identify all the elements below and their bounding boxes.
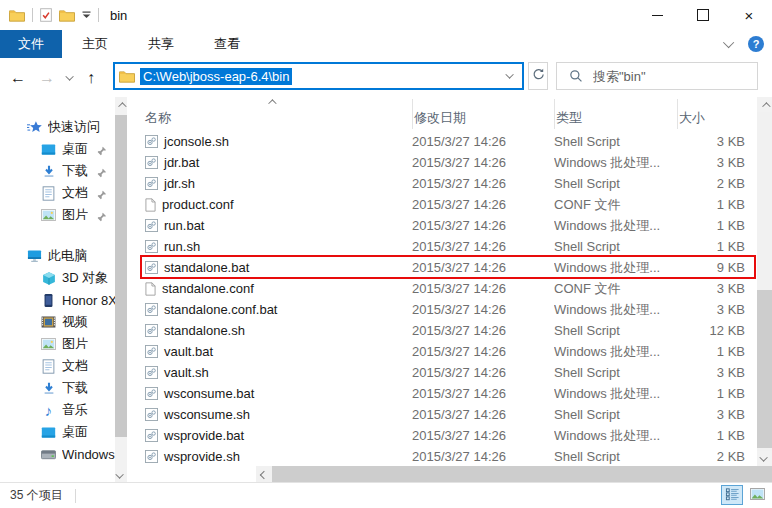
file-row[interactable]: wsconsume.sh 2015/3/27 14:26 Shell Scrip… (128, 404, 757, 425)
maximize-button[interactable] (680, 0, 726, 30)
vertical-scrollbar[interactable] (757, 97, 772, 466)
details-view-button[interactable] (721, 485, 743, 505)
scroll-down-icon[interactable] (757, 451, 772, 466)
sidebar-item-windows-s[interactable]: Windows-S (0, 443, 115, 465)
scrollbar-thumb[interactable] (115, 115, 127, 437)
tab-label: 共享 (148, 35, 174, 53)
file-row[interactable]: jdr.sh 2015/3/27 14:26 Shell Script 2 KB (128, 173, 757, 194)
file-date: 2015/3/27 14:26 (412, 344, 554, 359)
sidebar-scrollbar[interactable] (115, 97, 127, 483)
file-date: 2015/3/27 14:26 (412, 176, 554, 191)
details-view-icon (725, 487, 740, 504)
sidebar-item-desktop[interactable]: 桌面 (0, 138, 115, 160)
sidebar-item-videos[interactable]: 视频 (0, 311, 115, 333)
address-path[interactable]: C:\Web\jboss-eap-6.4\bin (140, 68, 292, 85)
column-header-1[interactable]: 修改日期 (412, 99, 554, 129)
folder-icon[interactable] (59, 9, 75, 22)
scroll-up-icon[interactable] (757, 97, 772, 112)
file-size: 1 KB (677, 197, 757, 212)
qat-dropdown-icon[interactable] (82, 11, 91, 19)
check-document-icon[interactable] (40, 8, 52, 22)
file-row[interactable]: jdr.bat 2015/3/27 14:26 Windows 批处理... 3… (128, 152, 757, 173)
file-name: wsprovide.bat (164, 428, 244, 443)
scrollbar-thumb[interactable] (272, 466, 772, 483)
sidebar-item-label: Honor 8X (62, 293, 115, 308)
picture-icon (40, 338, 57, 350)
scrollbar-thumb[interactable] (757, 290, 772, 448)
refresh-button[interactable] (528, 62, 548, 90)
thumbnails-view-button[interactable] (746, 485, 768, 505)
minimize-button[interactable] (634, 0, 680, 30)
sidebar-item-desktop-2[interactable]: 桌面 (0, 421, 115, 443)
help-icon[interactable]: ? (748, 36, 764, 52)
address-dropdown-icon[interactable] (505, 70, 513, 78)
file-name: standalone.conf.bat (164, 302, 277, 317)
file-size: 2 KB (677, 449, 757, 464)
search-input[interactable] (591, 68, 757, 85)
file-name: wsconsume.sh (164, 407, 250, 422)
search-icon (569, 69, 583, 83)
column-header-2[interactable]: 类型 (554, 99, 677, 129)
sidebar-item-documents-2[interactable]: 文档 (0, 355, 115, 377)
recent-locations-icon[interactable] (65, 72, 73, 80)
sidebar-item-downloads[interactable]: 下载 (0, 160, 115, 182)
sidebar-item-quick-access[interactable]: 快速访问 (0, 116, 115, 138)
file-date: 2015/3/27 14:26 (412, 134, 554, 149)
scroll-up-icon[interactable] (115, 97, 127, 112)
file-row[interactable]: run.bat 2015/3/27 14:26 Windows 批处理... 1… (128, 215, 757, 236)
scroll-left-icon[interactable] (256, 466, 272, 483)
sidebar-item-downloads-2[interactable]: 下载 (0, 377, 115, 399)
sidebar-item-this-pc[interactable]: 此电脑 (0, 245, 115, 267)
download-icon (40, 381, 57, 396)
script-file-icon (145, 408, 158, 421)
tab-home[interactable]: 主页 (62, 30, 128, 58)
file-row[interactable]: wsconsume.bat 2015/3/27 14:26 Windows 批处… (128, 383, 757, 404)
tab-file[interactable]: 文件 (0, 30, 62, 58)
sidebar-item-pictures-2[interactable]: 图片 (0, 333, 115, 355)
file-type: Shell Script (554, 239, 677, 254)
sidebar-item-pictures[interactable]: 图片 (0, 204, 115, 226)
file-row-highlighted[interactable]: standalone.bat 2015/3/27 14:26 Windows 批… (128, 257, 757, 278)
tab-label: 主页 (82, 35, 108, 53)
tab-share[interactable]: 共享 (128, 30, 194, 58)
file-row[interactable]: jconsole.sh 2015/3/27 14:26 Shell Script… (128, 131, 757, 152)
file-size: 3 KB (677, 134, 757, 149)
sidebar-item-3d-objects[interactable]: 3D 对象 (0, 267, 115, 289)
file-size: 12 KB (677, 323, 757, 338)
computer-icon (26, 249, 43, 263)
file-row[interactable]: standalone.conf 2015/3/27 14:26 CONF 文件 … (128, 278, 757, 299)
file-size: 3 KB (677, 365, 757, 380)
picture-icon (40, 209, 57, 221)
file-row[interactable]: wsprovide.bat 2015/3/27 14:26 Windows 批处… (128, 425, 757, 446)
divider (75, 489, 76, 503)
scroll-down-icon[interactable] (115, 468, 127, 483)
file-row[interactable]: wsprovide.sh 2015/3/27 14:26 Shell Scrip… (128, 446, 757, 467)
file-size: 9 KB (677, 260, 757, 275)
back-button[interactable]: ← (10, 70, 26, 86)
forward-button[interactable]: → (39, 70, 55, 86)
sidebar-item-documents[interactable]: 文档 (0, 182, 115, 204)
window-controls: × (634, 0, 772, 30)
search-box[interactable] (556, 62, 758, 90)
sidebar-item-music[interactable]: ♪ 音乐 (0, 399, 115, 421)
tab-view[interactable]: 查看 (194, 30, 260, 58)
file-name: wsprovide.sh (164, 449, 240, 464)
column-header-3[interactable]: 大小 (677, 99, 757, 129)
file-date: 2015/3/27 14:26 (412, 260, 554, 275)
explorer-window: bin × 文件 主页 共享 查看 ? ← → ↑ C:\Web\jboss-e… (0, 0, 772, 508)
horizontal-scrollbar[interactable] (256, 466, 772, 483)
up-button[interactable]: ↑ (87, 70, 95, 86)
file-row[interactable]: standalone.sh 2015/3/27 14:26 Shell Scri… (128, 320, 757, 341)
file-row[interactable]: vault.sh 2015/3/27 14:26 Shell Script 3 … (128, 362, 757, 383)
address-bar[interactable]: C:\Web\jboss-eap-6.4\bin (113, 62, 524, 90)
file-row[interactable]: standalone.conf.bat 2015/3/27 14:26 Wind… (128, 299, 757, 320)
file-type: Shell Script (554, 449, 677, 464)
download-icon (40, 164, 57, 179)
script-file-icon (145, 450, 158, 463)
file-row[interactable]: run.sh 2015/3/27 14:26 Shell Script 1 KB (128, 236, 757, 257)
file-row[interactable]: vault.bat 2015/3/27 14:26 Windows 批处理...… (128, 341, 757, 362)
close-button[interactable]: × (726, 0, 772, 30)
folder-icon (9, 9, 25, 22)
file-row[interactable]: product.conf 2015/3/27 14:26 CONF 文件 1 K… (128, 194, 757, 215)
sidebar-item-honor-8x[interactable]: Honor 8X (0, 289, 115, 311)
